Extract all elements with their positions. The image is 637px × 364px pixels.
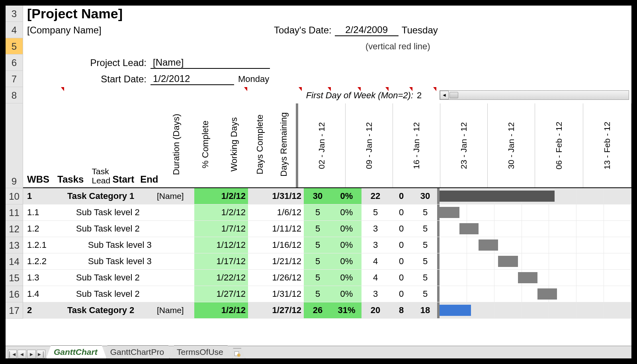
- cell-pct-complete[interactable]: 0%: [332, 221, 361, 237]
- cell-wbs[interactable]: 2: [23, 302, 65, 318]
- cell-task-name[interactable]: Task Category 2: [65, 302, 154, 318]
- cell-task-lead[interactable]: [Name]: [154, 302, 194, 318]
- gantt-date-header[interactable]: 06 - Feb - 12: [535, 103, 583, 187]
- gantt-date-header[interactable]: 13 - Feb - 12: [583, 103, 631, 187]
- cell-start-date[interactable]: 1/2/12: [194, 302, 248, 318]
- row-header[interactable]: 9: [6, 103, 23, 188]
- cell-days-remaining[interactable]: 18: [413, 302, 437, 318]
- sheet-nav-first-button[interactable]: │◄: [8, 350, 17, 358]
- table-row[interactable]: 1.1Sub Task level 21/2/121/6/1250%505: [23, 204, 631, 221]
- gantt-date-header[interactable]: 02 - Jan - 12: [298, 103, 346, 187]
- cell-end-date[interactable]: 1/27/12: [248, 302, 304, 318]
- cell-pct-complete[interactable]: 31%: [332, 302, 361, 318]
- cell-working-days[interactable]: 22: [361, 188, 389, 204]
- row-header[interactable]: 10: [6, 188, 23, 204]
- cell-wbs[interactable]: 1.3: [23, 270, 65, 286]
- cell-task-lead[interactable]: [154, 237, 194, 253]
- row-header[interactable]: 12: [6, 221, 23, 237]
- row-header[interactable]: 3: [6, 6, 23, 22]
- comment-marker-icon[interactable]: [433, 87, 436, 91]
- cell-end-date[interactable]: 1/16/12: [248, 237, 304, 253]
- cell-task-lead[interactable]: [154, 270, 194, 286]
- cell-working-days[interactable]: 5: [361, 204, 389, 220]
- cell-days-complete[interactable]: 8: [389, 302, 413, 318]
- sheet-tab-ganttchart[interactable]: GanttChart: [46, 345, 107, 358]
- cell-days-remaining[interactable]: 5: [413, 221, 437, 237]
- table-row[interactable]: 1Task Category 1[Name]1/2/121/31/12300%2…: [23, 188, 631, 204]
- row-header[interactable]: 17: [6, 302, 23, 319]
- cell-days-complete[interactable]: 0: [389, 237, 413, 253]
- row-header[interactable]: 5: [6, 38, 23, 55]
- row-header[interactable]: 14: [6, 253, 23, 270]
- cell-days-complete[interactable]: 0: [389, 286, 413, 302]
- row-header[interactable]: 11: [6, 204, 23, 221]
- comment-marker-icon[interactable]: [244, 87, 247, 91]
- cell-days-complete[interactable]: 0: [389, 270, 413, 286]
- cell-working-days[interactable]: 4: [361, 253, 389, 269]
- cell-pct-complete[interactable]: 0%: [332, 188, 361, 204]
- cell-wbs[interactable]: 1.2.2: [23, 253, 65, 269]
- row-header[interactable]: 7: [6, 71, 23, 87]
- row-header[interactable]: 8: [6, 87, 23, 103]
- col-header-start[interactable]: Start: [111, 103, 136, 187]
- gantt-date-header[interactable]: 30 - Jan - 12: [488, 103, 535, 187]
- project-lead-value[interactable]: [Name]: [150, 57, 270, 69]
- gantt-date-header[interactable]: 23 - Jan - 12: [440, 103, 488, 187]
- cell-end-date[interactable]: 1/31/12: [248, 286, 304, 302]
- cell-wbs[interactable]: 1.1: [23, 204, 65, 220]
- cell-task-lead[interactable]: [154, 221, 194, 237]
- cell-task-name[interactable]: Sub Task level 2: [65, 221, 154, 237]
- cell-pct-complete[interactable]: 0%: [332, 270, 361, 286]
- cell-days-complete[interactable]: 0: [389, 204, 413, 220]
- cell-working-days[interactable]: 20: [361, 302, 389, 318]
- cell-duration[interactable]: 5: [304, 286, 332, 302]
- sheet-tab-termsofuse[interactable]: TermsOfUse: [169, 345, 233, 358]
- cell-end-date[interactable]: 1/11/12: [248, 221, 304, 237]
- cell-wbs[interactable]: 1.2: [23, 221, 65, 237]
- sheet-tab-ganttchartpro[interactable]: GanttChartPro: [103, 345, 173, 358]
- cell-start-date[interactable]: 1/17/12: [194, 253, 248, 269]
- cell-working-days[interactable]: 3: [361, 237, 389, 253]
- comment-marker-icon[interactable]: [358, 87, 361, 91]
- gantt-date-header[interactable]: 16 - Jan - 12: [393, 103, 440, 187]
- row-header[interactable]: 4: [6, 22, 23, 38]
- start-date-value[interactable]: 1/2/2012: [150, 73, 234, 85]
- cell-days-remaining[interactable]: 5: [413, 253, 437, 269]
- gantt-bar[interactable]: [537, 288, 557, 300]
- cell-start-date[interactable]: 1/7/12: [194, 221, 248, 237]
- table-row[interactable]: 1.4Sub Task level 21/27/121/31/1250%305: [23, 286, 631, 302]
- row-header[interactable]: 6: [6, 55, 23, 71]
- first-day-of-week-value[interactable]: 2: [413, 90, 425, 101]
- cell-working-days[interactable]: 3: [361, 221, 389, 237]
- cell-working-days[interactable]: 3: [361, 286, 389, 302]
- cell-wbs[interactable]: 1.2.1: [23, 237, 65, 253]
- table-row[interactable]: 1.3Sub Task level 21/22/121/26/1250%405: [23, 270, 631, 286]
- sheet-nav-next-button[interactable]: ►: [27, 350, 36, 358]
- gantt-bar[interactable]: [518, 272, 537, 283]
- sheet-nav-prev-button[interactable]: ◄: [18, 350, 26, 358]
- col-header-wbs[interactable]: WBS: [23, 103, 49, 187]
- scroll-thumb[interactable]: [449, 92, 458, 98]
- col-header-days-remaining[interactable]: Days Remaining: [272, 103, 296, 187]
- table-row[interactable]: 2Task Category 2[Name]1/2/121/27/122631%…: [23, 302, 631, 319]
- project-name-title[interactable]: [Project Name]: [23, 6, 123, 21]
- col-header-tasks[interactable]: Tasks: [49, 103, 92, 187]
- cell-wbs[interactable]: 1: [23, 188, 65, 204]
- cell-working-days[interactable]: 4: [361, 270, 389, 286]
- cell-days-remaining[interactable]: 5: [413, 286, 437, 302]
- cell-duration[interactable]: 5: [304, 270, 332, 286]
- row-header[interactable]: 15: [6, 270, 23, 286]
- gantt-date-header[interactable]: 09 - Jan - 12: [346, 103, 393, 187]
- comment-marker-icon[interactable]: [385, 87, 389, 91]
- company-name[interactable]: [Company Name]: [23, 25, 262, 36]
- comment-marker-icon[interactable]: [328, 87, 331, 91]
- col-header-task-lead[interactable]: TaskLead: [92, 103, 111, 187]
- cell-task-name[interactable]: Sub Task level 3: [65, 237, 154, 253]
- comment-marker-icon[interactable]: [299, 87, 302, 91]
- cell-start-date[interactable]: 1/27/12: [194, 286, 248, 302]
- table-row[interactable]: 1.2.2Sub Task level 31/17/121/21/1250%40…: [23, 253, 631, 270]
- cell-duration[interactable]: 5: [304, 253, 332, 269]
- comment-marker-icon[interactable]: [409, 87, 412, 91]
- col-header-days-complete[interactable]: Days Complete: [248, 103, 272, 187]
- row-header[interactable]: 13: [6, 237, 23, 253]
